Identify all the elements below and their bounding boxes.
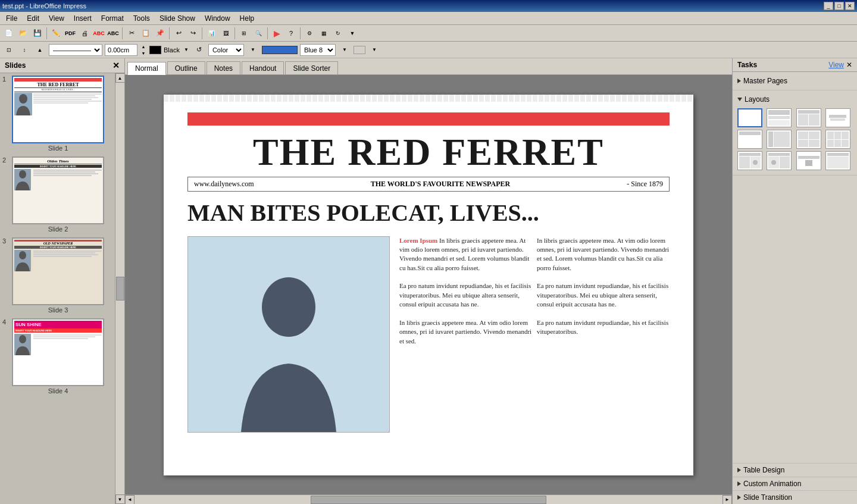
menu-insert[interactable]: Insert	[69, 13, 96, 24]
tab-notes[interactable]: Notes	[207, 61, 240, 74]
tab-outline[interactable]: Outline	[167, 61, 205, 74]
copy-button[interactable]: 📋	[139, 27, 152, 40]
slides-scroll-up[interactable]: ▲	[115, 73, 125, 83]
arrange-button[interactable]: ▦	[317, 27, 330, 40]
layout-centered[interactable]	[825, 108, 850, 127]
minimize-button[interactable]: _	[824, 2, 833, 10]
help2-button[interactable]: ?	[284, 27, 298, 40]
close-button[interactable]: ✕	[845, 2, 855, 10]
shadow-preview	[354, 46, 365, 54]
master-pages-header[interactable]: Master Pages	[737, 74, 852, 87]
reset-button[interactable]: ↺	[193, 43, 206, 57]
color-dropdown[interactable]: ▼	[182, 43, 190, 57]
layout-clip[interactable]	[737, 151, 762, 170]
slide-thumb-2[interactable]: Olden Times INSERT YOUR HEADLINE HERE	[12, 156, 104, 224]
tools2-button[interactable]: ⚙	[303, 27, 316, 40]
hscroll-right[interactable]: ►	[722, 495, 732, 505]
layout-title-content[interactable]	[767, 108, 792, 127]
col2-p2: Ea pro natum invidunt repudiandae, his e…	[537, 281, 670, 309]
print-button[interactable]: 🖨	[78, 27, 91, 40]
chart-button[interactable]: 📊	[205, 27, 218, 40]
line-width-input[interactable]: 0.00cm	[105, 44, 137, 56]
menu-window[interactable]: Window	[200, 13, 235, 24]
width-up[interactable]: ▲	[140, 43, 147, 49]
right-panel-close[interactable]: ✕	[846, 61, 852, 69]
layout-title-only[interactable]	[737, 130, 762, 149]
width-spinner[interactable]: ▲ ▼	[140, 43, 147, 56]
menu-slideshow[interactable]: Slide Show	[155, 13, 200, 24]
shadow-dropdown[interactable]: ▼	[368, 43, 381, 57]
layout-title-2col[interactable]	[796, 108, 821, 127]
layout-blank[interactable]	[737, 108, 762, 127]
canvas-scroll[interactable]: THE RED FERRET www.dailynews.com THE WOR…	[125, 75, 732, 494]
menu-edit[interactable]: Edit	[22, 13, 44, 24]
maximize-button[interactable]: □	[834, 2, 844, 10]
area-color-dropdown[interactable]: ▼	[338, 43, 351, 57]
layout-title-clip[interactable]	[796, 151, 821, 170]
layout-flip-clip[interactable]	[767, 151, 792, 170]
canvas-hscroll[interactable]: ◄ ►	[125, 494, 732, 504]
slides-list[interactable]: 1 THE RED FERRET MAN BITES POLECAT, LIVE…	[0, 73, 115, 504]
menu-format[interactable]: Format	[96, 13, 129, 24]
slide-item-2[interactable]: 2 Olden Times INSERT YOUR HEADLINE HERE	[2, 156, 112, 233]
slides-scroll-down[interactable]: ▼	[115, 494, 125, 504]
custom-animation-section[interactable]: Custom Animation	[733, 477, 857, 490]
line-color-preview	[149, 46, 161, 54]
slide-thumb-3[interactable]: OLD NEWSPAPER INSERT YOUR HEADLINE HERE	[12, 237, 104, 305]
newspaper-red-bar	[187, 112, 670, 126]
spellcheck-button[interactable]: ABC	[92, 27, 105, 40]
area-type-select[interactable]: Color	[208, 44, 244, 56]
layout-6-content[interactable]	[825, 130, 850, 149]
new-button[interactable]: 📄	[2, 27, 15, 40]
slide-item-4[interactable]: 4 SUN SHINE INSERT YOUR HEADLINE HERE	[2, 318, 112, 395]
slides-scrollbar[interactable]: ▲ ▼	[115, 73, 124, 504]
line-style-select[interactable]: ——————	[49, 44, 102, 56]
tab-normal[interactable]: Normal	[127, 62, 166, 75]
edit-button[interactable]: ✏️	[49, 27, 62, 40]
rotate-button[interactable]: ↻	[331, 27, 345, 40]
tab-slide-sorter[interactable]: Slide Sorter	[285, 61, 338, 74]
paste-button[interactable]: 📌	[154, 27, 167, 40]
menu-tools[interactable]: Tools	[129, 13, 155, 24]
slide-item-1[interactable]: 1 THE RED FERRET MAN BITES POLECAT, LIVE…	[2, 76, 112, 152]
snap-button[interactable]: ⊡	[2, 43, 15, 57]
slides-close-icon[interactable]: ✕	[112, 61, 120, 70]
slide-thumb-4[interactable]: SUN SHINE INSERT YOUR HEADLINE HERE	[12, 318, 104, 386]
undo-button[interactable]: ↩	[172, 27, 185, 40]
area-dropdown-btn[interactable]: ▼	[246, 43, 259, 57]
align-button[interactable]: ↕	[18, 43, 31, 57]
tagline-center: THE WORLD'S FAVOURITE NEWSPAPER	[371, 180, 511, 189]
redo-button[interactable]: ↪	[186, 27, 199, 40]
gallery-button[interactable]: 🖼	[219, 27, 232, 40]
slide-item-3[interactable]: 3 OLD NEWSPAPER INSERT YOUR HEADLINE HER…	[2, 237, 112, 314]
layout-4-content[interactable]	[796, 130, 821, 149]
play-button[interactable]: ▶	[270, 27, 283, 40]
table-design-section[interactable]: Table Design	[733, 463, 857, 477]
spin-up[interactable]: ▲	[33, 43, 46, 57]
tab-handout[interactable]: Handout	[242, 61, 284, 74]
save-button[interactable]: 💾	[31, 27, 44, 40]
color-name-select[interactable]: Blue 8	[300, 44, 336, 56]
newspaper-col2: In libris graecis appetere mea. At vim o…	[537, 236, 670, 433]
pdf-button[interactable]: PDF	[64, 27, 77, 40]
layout-vertical[interactable]	[767, 130, 792, 149]
zoom-button[interactable]: 🔍	[252, 27, 265, 40]
width-down[interactable]: ▼	[140, 50, 147, 56]
tagline-right: - Since 1879	[627, 180, 663, 189]
spellcheck2-button[interactable]: ABC	[107, 27, 120, 40]
cut-button[interactable]: ✂	[125, 27, 138, 40]
more-button[interactable]: ▼	[346, 27, 359, 40]
slide-transition-section[interactable]: Slide Transition	[733, 490, 857, 504]
navigator-button[interactable]: ⊞	[237, 27, 251, 40]
titlebar-controls[interactable]: _ □ ✕	[824, 2, 855, 10]
slide-thumb-1[interactable]: THE RED FERRET MAN BITES POLECAT, LIVES.…	[12, 76, 104, 143]
col2-p3: Ea pro natum invidunt repudiandae, his e…	[537, 318, 670, 337]
menu-file[interactable]: File	[1, 13, 22, 24]
layouts-header[interactable]: Layouts	[737, 93, 852, 106]
menu-view[interactable]: View	[44, 13, 69, 24]
menu-help[interactable]: Help	[235, 13, 259, 24]
hscroll-left[interactable]: ◄	[125, 495, 135, 505]
layout-title-centered[interactable]	[825, 151, 850, 170]
view-label[interactable]: View	[828, 61, 844, 69]
open-button[interactable]: 📂	[17, 27, 30, 40]
